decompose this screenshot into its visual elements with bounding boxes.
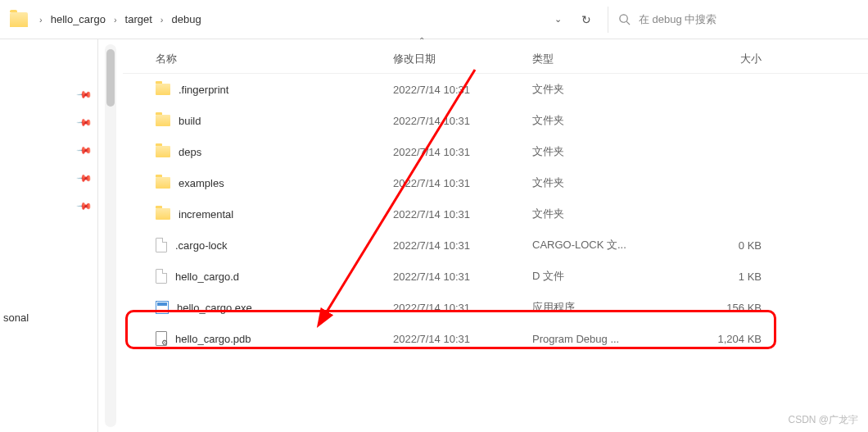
file-row[interactable]: hello_cargo.pdb2022/7/14 10:31Program De… [123, 323, 868, 354]
chevron-right-icon[interactable]: › [156, 15, 169, 25]
pdb-icon [156, 331, 167, 346]
file-type: 文件夹 [532, 82, 671, 97]
file-type: D 文件 [532, 269, 671, 284]
nav-controls: ⌄ ↻ [541, 13, 604, 26]
crumb-2[interactable]: debug [170, 10, 202, 29]
file-name: deps [179, 146, 201, 158]
chevron-down-icon[interactable]: ⌄ [554, 14, 562, 25]
file-name-cell: hello_cargo.exe [156, 301, 393, 314]
file-type: 文件夹 [532, 207, 671, 221]
folder-icon [156, 208, 170, 220]
file-row[interactable]: examples2022/7/14 10:31文件夹 [123, 167, 868, 198]
folder-icon [156, 177, 170, 189]
svg-point-0 [620, 15, 627, 22]
scrollbar-track[interactable] [105, 44, 116, 427]
folder-root-icon [10, 12, 28, 27]
folder-icon [156, 146, 170, 157]
file-row[interactable]: incremental2022/7/14 10:31文件夹 [123, 198, 868, 230]
file-icon [156, 238, 167, 252]
file-name-cell: hello_cargo.pdb [156, 331, 393, 346]
file-name-cell: deps [156, 146, 393, 158]
sidebar-truncated-label: sonal [3, 311, 29, 324]
pin-icon[interactable]: 📌 [76, 142, 93, 159]
file-name-cell: incremental [156, 208, 393, 221]
toolbar: › hello_cargo › target › debug ⌄ ↻ [0, 0, 868, 39]
file-date: 2022/7/14 10:31 [393, 302, 532, 314]
file-date: 2022/7/14 10:31 [393, 84, 532, 96]
file-name-cell: .fingerprint [156, 84, 393, 96]
file-type: 文件夹 [532, 175, 671, 190]
file-size: 156 KB [671, 302, 762, 314]
search-box[interactable] [608, 7, 861, 33]
file-date: 2022/7/14 10:31 [393, 115, 532, 127]
file-type: 文件夹 [532, 113, 671, 128]
file-name: hello_cargo.exe [177, 302, 252, 314]
file-name: .cargo-lock [175, 239, 228, 252]
file-row[interactable]: hello_cargo.exe2022/7/14 10:31应用程序156 KB [123, 292, 868, 323]
pin-icon[interactable]: 📌 [76, 170, 93, 187]
file-name: .fingerprint [179, 84, 228, 96]
file-date: 2022/7/14 10:31 [393, 177, 532, 189]
file-name: examples [179, 177, 224, 189]
sidebar: 📌 📌 📌 📌 📌 [0, 39, 98, 432]
file-size: 1,204 KB [671, 333, 762, 345]
file-name: hello_cargo.pdb [175, 333, 251, 345]
column-date[interactable]: 修改日期 [393, 52, 532, 66]
file-date: 2022/7/14 10:31 [393, 271, 532, 283]
file-size: 1 KB [671, 271, 762, 283]
chevron-right-icon[interactable]: › [109, 15, 122, 25]
file-date: 2022/7/14 10:31 [393, 333, 532, 345]
crumb-1[interactable]: target [124, 10, 154, 29]
file-name-cell: examples [156, 177, 393, 189]
scrollbar-thumb[interactable] [106, 49, 115, 107]
exe-icon [156, 301, 169, 314]
column-name[interactable]: 名称 [156, 52, 393, 66]
svg-line-1 [626, 21, 630, 25]
refresh-icon[interactable]: ↻ [581, 13, 591, 26]
file-type: Program Debug ... [532, 333, 671, 345]
column-type[interactable]: 类型 [532, 52, 671, 66]
pin-icon[interactable]: 📌 [76, 198, 93, 215]
folder-icon [156, 115, 170, 126]
file-type: 应用程序 [532, 300, 671, 315]
file-row[interactable]: .cargo-lock2022/7/14 10:31CARGO-LOCK 文..… [123, 230, 868, 261]
breadcrumb[interactable]: › hello_cargo › target › debug [7, 10, 538, 29]
column-size[interactable]: 大小 [671, 52, 762, 66]
file-name-cell: hello_cargo.d [156, 269, 393, 284]
file-icon [156, 269, 167, 284]
watermark: CSDN @广龙宇 [788, 413, 858, 427]
file-name: hello_cargo.d [175, 271, 239, 283]
folder-icon [156, 84, 170, 95]
file-row[interactable]: deps2022/7/14 10:31文件夹 [123, 136, 868, 167]
file-name-cell: build [156, 115, 393, 127]
file-date: 2022/7/14 10:31 [393, 146, 532, 158]
sort-indicator-icon: ⌃ [123, 36, 721, 45]
search-icon [618, 13, 631, 25]
chevron-right-icon[interactable]: › [34, 15, 47, 25]
file-name-cell: .cargo-lock [156, 238, 393, 252]
file-name: incremental [179, 208, 233, 221]
file-date: 2022/7/14 10:31 [393, 239, 532, 252]
crumb-0[interactable]: hello_cargo [49, 10, 107, 29]
column-headers: 名称 修改日期 类型 大小 [123, 45, 868, 74]
file-date: 2022/7/14 10:31 [393, 208, 532, 221]
file-row[interactable]: hello_cargo.d2022/7/14 10:31D 文件1 KB [123, 261, 868, 292]
file-name: build [179, 115, 201, 127]
file-type: CARGO-LOCK 文... [532, 238, 671, 252]
pin-icon[interactable]: 📌 [76, 86, 93, 103]
search-input[interactable] [639, 13, 852, 25]
file-size: 0 KB [671, 239, 762, 252]
pin-icon[interactable]: 📌 [76, 114, 93, 131]
file-row[interactable]: build2022/7/14 10:31文件夹 [123, 105, 868, 136]
file-type: 文件夹 [532, 144, 671, 159]
file-list: ⌃ 名称 修改日期 类型 大小 .fingerprint2022/7/14 10… [98, 39, 868, 432]
file-row[interactable]: .fingerprint2022/7/14 10:31文件夹 [123, 74, 868, 105]
content: 📌 📌 📌 📌 📌 sonal ⌃ 名称 修改日期 类型 大小 .fingerp… [0, 39, 868, 432]
